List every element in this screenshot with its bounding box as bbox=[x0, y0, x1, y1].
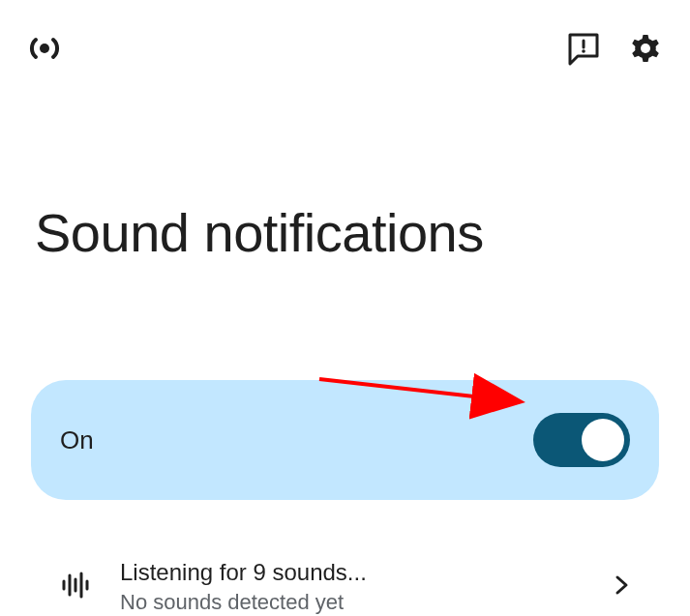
master-toggle-card: On bbox=[31, 380, 659, 500]
toggle-knob bbox=[582, 419, 624, 461]
broadcast-icon[interactable] bbox=[23, 27, 66, 70]
listening-texts: Listening for 9 sounds... No sounds dete… bbox=[120, 559, 584, 615]
topbar-right bbox=[566, 31, 663, 66]
page-title: Sound notifications bbox=[0, 201, 690, 264]
chevron-right-icon bbox=[611, 574, 632, 600]
feedback-icon[interactable] bbox=[566, 31, 601, 66]
topbar-left bbox=[23, 27, 66, 70]
svg-point-2 bbox=[582, 49, 585, 53]
toggle-label: On bbox=[60, 425, 94, 455]
listening-title: Listening for 9 sounds... bbox=[120, 559, 584, 586]
master-toggle[interactable] bbox=[533, 413, 630, 467]
gear-icon[interactable] bbox=[628, 31, 663, 66]
svg-point-3 bbox=[641, 44, 650, 53]
annotation-arrow bbox=[0, 0, 690, 616]
svg-point-0 bbox=[40, 44, 49, 53]
listening-subtitle: No sounds detected yet bbox=[120, 590, 584, 615]
topbar bbox=[0, 0, 690, 70]
soundwave-icon bbox=[58, 568, 93, 606]
listening-row[interactable]: Listening for 9 sounds... No sounds dete… bbox=[31, 531, 659, 616]
